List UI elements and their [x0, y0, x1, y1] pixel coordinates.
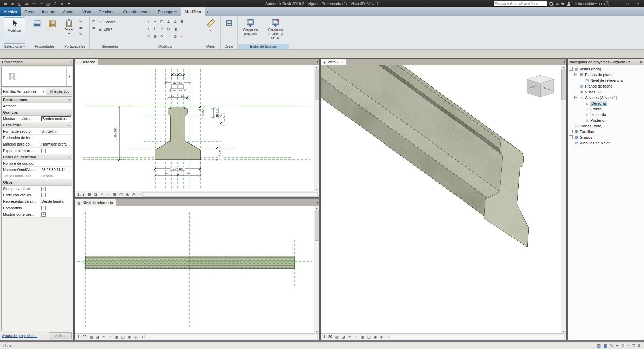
- scroll-up-icon[interactable]: ▴: [316, 65, 317, 68]
- scroll-left-icon[interactable]: ‹: [142, 335, 143, 339]
- collapse-icon[interactable]: ≈: [69, 155, 71, 159]
- scroll-thumb[interactable]: [315, 69, 319, 100]
- property-value[interactable]: Hormigón prefa...: [40, 141, 72, 147]
- collapse-icon[interactable]: ≈: [69, 98, 71, 102]
- pin-icon[interactable]: ⊙: [166, 26, 171, 32]
- exclude-options-toggle[interactable]: ⊘: [621, 343, 625, 348]
- scale-icon[interactable]: ⊡: [179, 26, 185, 32]
- tab-modificar[interactable]: Modificar: [181, 7, 205, 16]
- tree-item-posterior[interactable]: ⌂ Posterior: [568, 117, 644, 123]
- property-value[interactable]: 23.25.30.11.14...: [40, 167, 72, 173]
- edit-type-button[interactable]: ▤ Editar tipo: [47, 88, 72, 95]
- panel-label-medir[interactable]: Medir: [201, 44, 220, 49]
- scale-control[interactable]: 1 : 2: [76, 192, 85, 196]
- tab-insertar[interactable]: Insertar: [38, 7, 59, 16]
- help-icon[interactable]: ?: [604, 1, 609, 6]
- customize-qat-icon[interactable]: ▾: [66, 1, 72, 6]
- horizontal-scrollbar[interactable]: [142, 192, 318, 197]
- copy-icon[interactable]: ▣: [78, 25, 84, 31]
- nivel-window-menu-icon[interactable]: ▾: [317, 199, 318, 206]
- offset-icon[interactable]: ≡: [152, 19, 158, 24]
- property-checkbox[interactable]: [41, 193, 46, 197]
- detail-level-icon[interactable]: ▦: [87, 192, 92, 197]
- crop-view-icon[interactable]: ▣: [114, 335, 119, 339]
- group-icon[interactable]: ⊠: [172, 34, 178, 39]
- collapse-icon[interactable]: ≈: [69, 111, 71, 114]
- tree-item-vistas-todo[interactable]: − ▦ Vistas (todo): [568, 66, 644, 72]
- crop-region-icon[interactable]: ◫: [118, 192, 123, 197]
- redo-icon[interactable]: ↷: [38, 1, 44, 6]
- align-icon[interactable]: ∥: [146, 19, 151, 24]
- property-group-graficos[interactable]: Gráficos ≈: [2, 109, 72, 116]
- filter-icon[interactable]: ▽: [632, 343, 635, 348]
- user-icon[interactable]: [567, 2, 570, 6]
- vista1-canvas[interactable]: DERECHA FRONTAL: [321, 65, 561, 333]
- type-selector-dropdown-icon[interactable]: ▾: [66, 67, 72, 86]
- tree-expander[interactable]: −: [569, 67, 573, 71]
- tree-expander[interactable]: −: [574, 96, 578, 99]
- tab-crear[interactable]: Crear: [21, 7, 38, 16]
- press-drag-toggle[interactable]: +: [616, 343, 619, 348]
- open-icon[interactable]: ▱: [10, 1, 16, 6]
- tree-item-familias[interactable]: + ▣ Familias: [568, 129, 644, 134]
- properties-palette-header[interactable]: Propiedades ×: [0, 59, 73, 66]
- visual-style-icon[interactable]: ◪: [95, 335, 100, 339]
- collapse-icon[interactable]: ≈: [69, 181, 71, 184]
- default-3d-view-icon[interactable]: ◈: [59, 1, 65, 6]
- exchange-apps-icon[interactable]: ⇄: [555, 2, 558, 6]
- rotate-icon[interactable]: ↻: [152, 26, 158, 32]
- paste-button[interactable]: Pegar ▾: [61, 17, 77, 36]
- panel-label-propiedades[interactable]: Propiedades: [29, 44, 60, 49]
- scroll-up-icon[interactable]: ▴: [316, 206, 317, 209]
- join-geometry-button[interactable]: ⊟ Unir ▾: [97, 26, 115, 32]
- sun-path-icon[interactable]: ☀: [99, 192, 104, 197]
- split-icon[interactable]: ◨: [172, 26, 178, 32]
- tree-expander[interactable]: −: [574, 73, 578, 76]
- visual-style-icon[interactable]: ◪: [341, 335, 346, 339]
- scroll-up-icon[interactable]: ▴: [563, 65, 564, 68]
- property-checkbox[interactable]: ✓: [41, 187, 46, 191]
- move-icon[interactable]: +: [146, 26, 151, 32]
- property-value[interactable]: [40, 135, 72, 141]
- property-checkbox[interactable]: [41, 206, 46, 210]
- derecha-vertical-scrollbar[interactable]: ▴ ▾: [314, 65, 319, 191]
- extend-icon[interactable]: ∠: [172, 19, 178, 24]
- derecha-canvas[interactable]: EQ EQ EQ EQ EQ EQ B2 = 60 B3 = 44 B1 = 1…: [75, 65, 314, 191]
- tree-item-alzados[interactable]: − ⌂ Alzados (Alzado 1): [568, 95, 644, 100]
- property-value[interactable]: [40, 160, 72, 166]
- tab-view-nivel[interactable]: ▦ Nivel de referencia: [75, 199, 116, 206]
- mirror-icon[interactable]: ◫: [159, 19, 165, 24]
- nivel-canvas[interactable]: [75, 206, 314, 333]
- close-button[interactable]: ×: [634, 0, 643, 7]
- match-properties-icon[interactable]: ✎: [78, 32, 84, 37]
- panel-label-geometria[interactable]: Geometría: [90, 44, 130, 49]
- horizontal-scrollbar[interactable]: [144, 335, 318, 339]
- close-view-icon[interactable]: ×: [341, 60, 343, 64]
- copy-tool-icon[interactable]: ◇: [146, 34, 151, 39]
- detail-level-icon[interactable]: ▦: [89, 335, 94, 339]
- type-selector[interactable]: R ▾: [1, 67, 72, 87]
- measure-button[interactable]: ▾: [203, 17, 218, 32]
- family-combo[interactable]: Familia: Armazón es ▾: [1, 88, 46, 95]
- scroll-thumb[interactable]: [315, 210, 319, 241]
- create-group-button[interactable]: ⊞: [222, 17, 236, 28]
- property-value[interactable]: Desde familia: [40, 198, 72, 205]
- sign-in-button[interactable]: Iniciar sesión ▾: [573, 2, 597, 6]
- visual-style-icon[interactable]: ◪: [93, 192, 98, 197]
- app-store-icon[interactable]: ⊟: [599, 2, 602, 6]
- property-checkbox[interactable]: ✓: [41, 212, 46, 217]
- temporary-hide-icon[interactable]: ◉: [127, 335, 132, 339]
- horizontal-scrollbar[interactable]: [390, 335, 565, 339]
- search-icon[interactable]: [549, 2, 553, 6]
- nivel-vertical-scrollbar[interactable]: ▴ ▾: [314, 206, 319, 333]
- tab-complementos[interactable]: Complementos: [120, 7, 154, 16]
- tab-anotar[interactable]: Anotar: [59, 7, 78, 16]
- scale-control[interactable]: 1 : 20: [322, 335, 333, 339]
- panel-label-seleccionar[interactable]: Seleccionar ▾: [0, 44, 29, 49]
- property-value[interactable]: [40, 103, 72, 109]
- save-icon[interactable]: ◫: [17, 1, 23, 6]
- property-group-estructura[interactable]: Estructura ≈: [2, 122, 72, 128]
- panel-label-portapapeles[interactable]: Portapapeles: [60, 44, 89, 49]
- vista1-vertical-scrollbar[interactable]: ▴ ▾: [561, 65, 566, 333]
- reveal-hidden-icon[interactable]: ◎: [131, 192, 136, 197]
